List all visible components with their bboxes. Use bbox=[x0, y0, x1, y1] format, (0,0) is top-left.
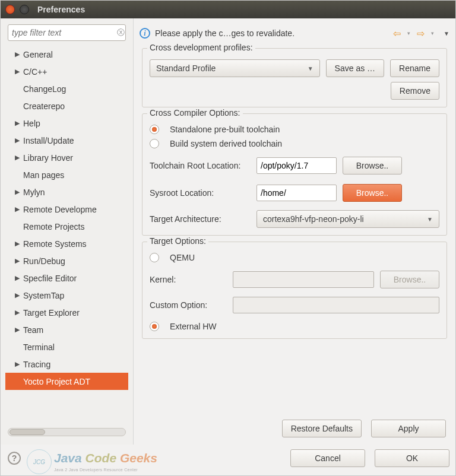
sidebar-item-remote-systems[interactable]: ▶Remote Systems bbox=[5, 235, 128, 252]
sidebar-item-label: Remote Systems bbox=[23, 239, 87, 249]
radio-qemu-label: QEMU bbox=[170, 253, 195, 262]
nav-back-menu[interactable]: ▾ bbox=[407, 30, 410, 36]
category-tree: ▶General▶C/C++▶ChangeLog▶Createrepo▶Help… bbox=[5, 46, 128, 422]
browse-kernel-button: Browse.. bbox=[380, 271, 439, 288]
nav-back-icon[interactable]: ⇦ bbox=[391, 28, 403, 39]
radio-standalone[interactable] bbox=[150, 125, 159, 134]
sidebar-item-label: ChangeLog bbox=[23, 84, 66, 94]
sidebar-item-label: General bbox=[23, 50, 53, 59]
sidebar-item-label: Specfile Editor bbox=[23, 274, 77, 283]
sidebar-item-label: SystemTap bbox=[23, 291, 64, 300]
sidebar-item-createrepo[interactable]: ▶Createrepo bbox=[5, 97, 128, 115]
nav-forward-menu[interactable]: ▾ bbox=[431, 30, 434, 36]
sidebar-item-tracing[interactable]: ▶Tracing bbox=[5, 356, 128, 373]
sidebar-item-specfile-editor[interactable]: ▶Specfile Editor bbox=[5, 269, 128, 287]
expand-arrow-icon[interactable]: ▶ bbox=[11, 205, 23, 213]
expand-arrow-icon[interactable]: ▶ bbox=[11, 68, 23, 75]
expand-arrow-icon[interactable]: ▶ bbox=[11, 240, 23, 247]
close-icon[interactable] bbox=[5, 5, 15, 14]
profiles-group: Cross development profiles: Standard Pro… bbox=[142, 48, 447, 107]
radio-qemu[interactable] bbox=[150, 253, 159, 262]
sidebar-item-label: Target Explorer bbox=[23, 308, 80, 318]
chevron-down-icon: ▼ bbox=[308, 65, 314, 72]
sidebar-item-remote-projects[interactable]: ▶Remote Projects bbox=[5, 218, 128, 235]
sidebar-item-systemtap[interactable]: ▶SystemTap bbox=[5, 287, 128, 304]
expand-arrow-icon[interactable]: ▶ bbox=[11, 154, 23, 161]
expand-arrow-icon[interactable]: ▶ bbox=[11, 137, 23, 144]
sidebar-item-label: Install/Update bbox=[23, 136, 74, 145]
arch-select[interactable]: cortexa9hf-vfp-neon-poky-li ▼ bbox=[256, 210, 439, 228]
apply-button[interactable]: Apply bbox=[371, 420, 446, 437]
expand-arrow-icon[interactable]: ▶ bbox=[11, 257, 23, 265]
ok-button[interactable]: OK bbox=[375, 449, 449, 467]
profiles-legend: Cross development profiles: bbox=[147, 43, 255, 52]
rename-button[interactable]: Rename bbox=[390, 59, 439, 77]
sidebar-item-run-debug[interactable]: ▶Run/Debug bbox=[5, 252, 128, 269]
sidebar-item-label: Run/Debug bbox=[23, 256, 65, 266]
minimize-icon[interactable] bbox=[20, 5, 29, 14]
sidebar-item-yocto-project-adt[interactable]: ▶Yocto Project ADT bbox=[5, 373, 128, 390]
sidebar-item-label: Remote Developme bbox=[23, 205, 97, 214]
compiler-legend: Cross Compiler Options: bbox=[147, 108, 243, 118]
expand-arrow-icon[interactable]: ▶ bbox=[11, 119, 23, 127]
target-group: Target Options: QEMU Kernel: Browse.. Cu… bbox=[142, 242, 447, 339]
sidebar-item-label: Terminal bbox=[23, 342, 55, 352]
kernel-label: Kernel: bbox=[150, 275, 227, 284]
page-header: i Please apply the c…ges to revalidate. … bbox=[140, 22, 449, 45]
nav-forward-icon[interactable]: ⇨ bbox=[415, 28, 426, 39]
filter-box[interactable]: ⓧ bbox=[8, 24, 126, 41]
sidebar-item-c-c-[interactable]: ▶C/C++ bbox=[5, 63, 128, 80]
compiler-group: Cross Compiler Options: Standalone pre-b… bbox=[142, 113, 447, 236]
sidebar-item-label: C/C++ bbox=[23, 67, 47, 77]
sidebar-item-library-hover[interactable]: ▶Library Hover bbox=[5, 149, 128, 166]
expand-arrow-icon[interactable]: ▶ bbox=[11, 326, 23, 334]
scrollbar-thumb[interactable] bbox=[10, 429, 45, 435]
save-as-button[interactable]: Save as … bbox=[326, 59, 384, 77]
arch-value: cortexa9hf-vfp-neon-poky-li bbox=[263, 214, 364, 224]
sidebar-item-terminal[interactable]: ▶Terminal bbox=[5, 338, 128, 356]
sidebar-item-mylyn[interactable]: ▶Mylyn bbox=[5, 183, 128, 201]
toolchain-input[interactable] bbox=[256, 157, 337, 174]
sidebar-item-label: Tracing bbox=[23, 360, 50, 369]
radio-external-hw[interactable] bbox=[150, 322, 159, 331]
arch-label: Target Architecture: bbox=[150, 214, 251, 224]
sysroot-input[interactable] bbox=[256, 185, 337, 201]
profile-select[interactable]: Standard Profile ▼ bbox=[150, 59, 320, 77]
target-legend: Target Options: bbox=[147, 236, 208, 246]
expand-arrow-icon[interactable]: ▶ bbox=[11, 309, 23, 316]
chevron-down-icon: ▼ bbox=[427, 216, 433, 223]
sidebar-item-changelog[interactable]: ▶ChangeLog bbox=[5, 80, 128, 97]
sidebar-item-label: Library Hover bbox=[23, 153, 73, 163]
restore-defaults-button[interactable]: Restore Defaults bbox=[282, 420, 362, 437]
expand-arrow-icon[interactable]: ▶ bbox=[11, 274, 23, 282]
expand-arrow-icon[interactable]: ▶ bbox=[11, 50, 23, 58]
expand-arrow-icon[interactable]: ▶ bbox=[11, 291, 23, 299]
sidebar: ⓧ ▶General▶C/C++▶ChangeLog▶Createrepo▶He… bbox=[1, 18, 134, 445]
sidebar-item-target-explorer[interactable]: ▶Target Explorer bbox=[5, 304, 128, 321]
browse-toolchain-button[interactable]: Browse.. bbox=[343, 157, 402, 174]
sidebar-item-man-pages[interactable]: ▶Man pages bbox=[5, 166, 128, 183]
remove-button[interactable]: Remove bbox=[391, 82, 439, 100]
filter-input[interactable] bbox=[12, 28, 117, 37]
help-icon[interactable]: ? bbox=[8, 452, 21, 465]
sidebar-item-label: Remote Projects bbox=[23, 222, 84, 231]
browse-sysroot-button[interactable]: Browse.. bbox=[343, 184, 402, 202]
sidebar-item-label: Help bbox=[23, 119, 40, 128]
cancel-button[interactable]: Cancel bbox=[290, 449, 365, 467]
radio-standalone-label: Standalone pre-built toolchain bbox=[170, 125, 280, 134]
sidebar-item-install-update[interactable]: ▶Install/Update bbox=[5, 132, 128, 149]
sidebar-item-general[interactable]: ▶General bbox=[5, 46, 128, 63]
profile-selected: Standard Profile bbox=[156, 64, 216, 73]
radio-derived[interactable] bbox=[150, 139, 159, 148]
clear-filter-icon[interactable]: ⓧ bbox=[117, 27, 125, 38]
sidebar-item-label: Man pages bbox=[23, 170, 64, 180]
sidebar-item-team[interactable]: ▶Team bbox=[5, 321, 128, 338]
sidebar-item-remote-developme[interactable]: ▶Remote Developme bbox=[5, 201, 128, 218]
expand-arrow-icon[interactable]: ▶ bbox=[11, 188, 23, 196]
horizontal-scrollbar[interactable] bbox=[8, 428, 126, 436]
toolchain-label: Toolchain Root Location: bbox=[150, 161, 251, 170]
sidebar-item-help[interactable]: ▶Help bbox=[5, 115, 128, 132]
view-menu-icon[interactable]: ▼ bbox=[439, 30, 449, 37]
preferences-dialog: Preferences ⓧ ▶General▶C/C++▶ChangeLog▶C… bbox=[0, 0, 456, 476]
expand-arrow-icon[interactable]: ▶ bbox=[11, 360, 23, 368]
